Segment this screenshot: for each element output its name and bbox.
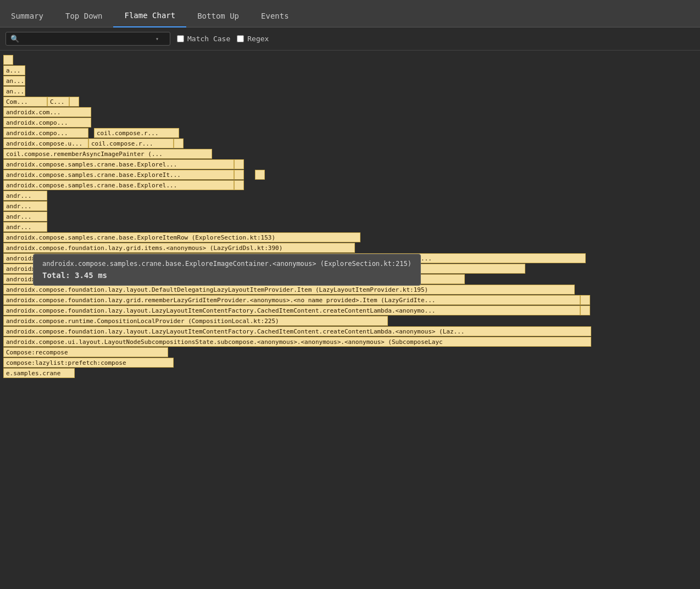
flame-block[interactable]: andr... <box>3 222 47 232</box>
tab-top-down[interactable]: Top Down <box>54 6 113 27</box>
flame-row: androidx.compose.u... coil.compose.r... <box>3 138 697 148</box>
flame-row: androidx.compose.ui.layout.LayoutNodeSub… <box>3 337 697 347</box>
flame-chart-area: a... an... an... Com... C... androidx.co… <box>0 51 700 587</box>
flame-row: andr... <box>3 191 697 201</box>
search-icon: 🔍 <box>10 35 19 43</box>
flame-block[interactable]: an... <box>3 76 25 86</box>
flame-block[interactable] <box>69 97 79 107</box>
tab-events[interactable]: Events <box>250 6 300 27</box>
match-case-group: Match Case <box>177 35 230 43</box>
flame-row: coil.compose.rememberAsyncImagePainter (… <box>3 149 697 159</box>
regex-checkbox[interactable] <box>237 35 244 42</box>
flame-row: androidx.compose.samples.crane.base.Expl… <box>3 180 697 190</box>
flame-block[interactable] <box>234 180 244 190</box>
flame-block[interactable]: androidx.compose.foundation.lazy.layout.… <box>3 305 580 315</box>
tab-summary[interactable]: Summary <box>0 6 54 27</box>
flame-block[interactable] <box>174 138 184 148</box>
chevron-down-icon[interactable]: ▾ <box>155 36 159 42</box>
flame-row: androidx.compose.runtime.CompositionLoca… <box>3 316 697 326</box>
flame-block[interactable] <box>580 305 590 315</box>
tab-flame-chart[interactable]: Flame Chart <box>113 5 186 27</box>
flame-block[interactable]: andr... <box>3 212 47 221</box>
flame-row: androidx.compose.foundation.lazy.layout.… <box>3 305 697 315</box>
flame-block[interactable]: andr... <box>3 201 47 211</box>
flame-block[interactable]: androidx.compose.ui.layout.LayoutNodeSub… <box>3 337 591 347</box>
flame-block[interactable] <box>234 159 244 169</box>
flame-row: an... <box>3 86 697 96</box>
flame-block[interactable]: androidx.compo... <box>3 118 91 127</box>
flame-block[interactable]: androidx.compose.u... <box>3 138 88 148</box>
search-bar: 🔍 ▾ Match Case Regex <box>0 27 700 51</box>
flame-row: Compose:recompose <box>3 347 697 357</box>
flame-block[interactable]: coil.compose.r... <box>88 138 174 148</box>
flame-block[interactable]: androidx.compose.samples.crane.base.Expl… <box>3 232 360 242</box>
flame-block[interactable]: Com... <box>3 97 47 107</box>
flame-block[interactable]: androidx.compose.runtime.CompositionLoca… <box>3 316 388 326</box>
flame-row: androidx.compo... coil.compose.r... <box>3 128 697 138</box>
flame-block[interactable]: coil.compose.r... <box>94 128 179 138</box>
flame-block[interactable]: androidx.compose.foundation.lazy.grid.re… <box>3 295 580 305</box>
flame-row: andr... <box>3 222 697 232</box>
flame-row: androidx.compo... <box>3 118 697 127</box>
flame-block[interactable]: androidx.compose.samples.crane.base.Expl… <box>3 170 234 180</box>
flame-row: androidx.compose.samples.crane.base.Expl… <box>3 232 697 242</box>
flame-row: androidx.compose.foundation.lazy.layout.… <box>3 285 697 294</box>
flame-block[interactable]: androidx.compose.samples.crane.base.Expl… <box>3 180 234 190</box>
flame-block[interactable]: androidx.compo... <box>3 128 88 138</box>
match-case-label[interactable]: Match Case <box>187 35 230 43</box>
flame-block[interactable]: Compose:recompose <box>3 347 168 357</box>
flame-row: andr... <box>3 201 697 211</box>
flame-block[interactable]: androidx.compose.samples.crane.base.Expl… <box>3 159 234 169</box>
tab-bar: Summary Top Down Flame Chart Bottom Up E… <box>0 0 700 27</box>
flame-row: e.samples.crane <box>3 368 697 378</box>
flame-block[interactable]: androidx.compose.foundation.lazy.layout.… <box>3 326 591 336</box>
regex-group: Regex <box>237 35 269 43</box>
flame-block[interactable]: an... <box>3 86 25 96</box>
flame-block[interactable]: C... <box>47 97 69 107</box>
flame-row: androidx.com... <box>3 107 697 117</box>
search-input[interactable] <box>21 35 153 43</box>
flame-block[interactable]: androidx.compose.foundation.lazy.grid.it… <box>3 243 355 253</box>
tooltip-title: androidx.compose.samples.crane.base.Expl… <box>42 260 412 268</box>
flame-block[interactable] <box>255 170 265 180</box>
search-input-wrap[interactable]: 🔍 ▾ <box>5 32 170 46</box>
flame-row: androidx.compose.samples.crane.base.Expl… <box>3 170 697 180</box>
flame-row: androidx.compose.samples.crane.base.Expl… <box>3 159 697 169</box>
flame-block[interactable]: a... <box>3 65 25 75</box>
flame-block[interactable] <box>3 55 13 65</box>
flame-block[interactable]: andr... <box>3 191 47 201</box>
flame-row: Com... C... <box>3 97 697 107</box>
flame-block[interactable] <box>580 295 590 305</box>
flame-block[interactable]: compose:lazylist:prefetch:compose <box>3 358 174 368</box>
flame-tooltip: androidx.compose.samples.crane.base.Expl… <box>33 254 421 286</box>
tooltip-total: Total: 3.45 ms <box>42 271 412 280</box>
regex-label[interactable]: Regex <box>247 35 269 43</box>
flame-block[interactable]: androidx.com... <box>3 107 91 117</box>
tab-bottom-up[interactable]: Bottom Up <box>186 6 250 27</box>
flame-row: a... <box>3 65 697 75</box>
flame-block[interactable]: androidx.compose.foundation.lazy.layout.… <box>3 285 575 294</box>
flame-row: compose:lazylist:prefetch:compose <box>3 358 697 368</box>
match-case-checkbox[interactable] <box>177 35 184 42</box>
flame-block[interactable]: coil.compose.rememberAsyncImagePainter (… <box>3 149 212 159</box>
flame-block[interactable]: e.samples.crane <box>3 368 75 378</box>
flame-row: androidx.compose.foundation.lazy.grid.it… <box>3 243 697 253</box>
flame-row: androidx.compose.foundation.lazy.layout.… <box>3 326 697 336</box>
flame-row: andr... <box>3 212 697 221</box>
flame-row: androidx.compose.foundation.lazy.grid.re… <box>3 295 697 305</box>
flame-row: an... <box>3 76 697 86</box>
flame-row <box>3 55 697 65</box>
flame-block[interactable] <box>234 170 244 180</box>
